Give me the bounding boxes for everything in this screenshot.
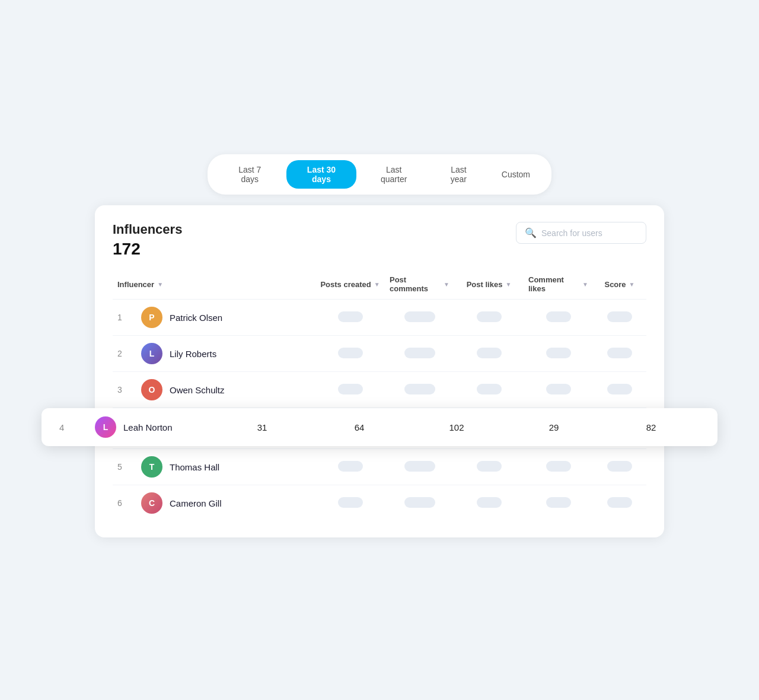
posts-cell: [315, 372, 385, 408]
table-header-row: Influencer ▼ Posts created ▼ Post commen…: [113, 269, 646, 300]
blur-placeholder: [546, 348, 571, 358]
clikes-cell: [524, 485, 593, 521]
user-name: Cameron Gill: [170, 498, 222, 508]
posts-cell: [315, 449, 385, 485]
blur-placeholder: [607, 497, 632, 508]
avatar: O: [141, 379, 162, 400]
filter-custom[interactable]: Custom: [491, 165, 541, 184]
score-cell: [593, 336, 646, 372]
likes-cell: [454, 336, 524, 372]
influencers-card: Influencers 172 🔍 Influencer ▼: [95, 205, 664, 537]
card-title: Influencers: [113, 222, 182, 237]
likes-cell: [454, 300, 524, 336]
blur-placeholder: [546, 461, 571, 472]
posts-cell: [315, 300, 385, 336]
blur-placeholder: [477, 311, 502, 322]
search-icon: 🔍: [525, 227, 537, 238]
blur-placeholder: [607, 461, 632, 472]
chevron-down-icon: ▼: [582, 281, 588, 288]
avatar: P: [141, 307, 162, 328]
user-name: Lily Roberts: [170, 349, 216, 359]
influencer-cell: 1 P Patrick Olsen: [113, 300, 315, 336]
comments-value: 64: [311, 422, 408, 432]
blur-placeholder: [404, 311, 435, 322]
comments-cell: [385, 336, 454, 372]
clikes-cell: [524, 336, 593, 372]
blur-placeholder: [607, 384, 632, 394]
user-name: Owen Schultz: [170, 385, 225, 395]
card-title-group: Influencers 172: [113, 222, 182, 259]
col-header-likes[interactable]: Post likes ▼: [454, 269, 524, 300]
table-row: 3 O Owen Schultz: [113, 372, 646, 408]
comments-cell: [385, 300, 454, 336]
clikes-cell: [524, 372, 593, 408]
influencer-cell: 2 L Lily Roberts: [113, 336, 315, 372]
col-header-score[interactable]: Score ▼: [593, 269, 646, 300]
avatar: L: [141, 343, 162, 364]
blur-placeholder: [404, 461, 435, 472]
search-input[interactable]: [541, 228, 637, 238]
filter-last7[interactable]: Last 7 days: [218, 160, 282, 189]
posts-value: 31: [213, 422, 311, 432]
score-cell: [593, 372, 646, 408]
col-header-influencer[interactable]: Influencer ▼: [113, 269, 315, 300]
filter-lastQ[interactable]: Last quarter: [361, 160, 426, 189]
blur-placeholder: [404, 384, 435, 394]
blur-placeholder: [477, 461, 502, 472]
clikes-value: 29: [505, 422, 602, 432]
likes-value: 102: [408, 422, 505, 432]
filter-last30[interactable]: Last 30 days: [286, 160, 357, 189]
chevron-down-icon: ▼: [374, 281, 380, 288]
table-row: 5 T Thomas Hall: [113, 449, 646, 485]
highlighted-row-band: 4 L Leah Norton 31 64 102 29 82: [95, 408, 664, 448]
chevron-down-icon: ▼: [157, 281, 163, 288]
blur-placeholder: [546, 497, 571, 508]
score-cell: [593, 449, 646, 485]
col-header-comments[interactable]: Post comments ▼: [385, 269, 454, 300]
blur-placeholder: [607, 311, 632, 322]
score-cell: [593, 485, 646, 521]
table-row: 4 L Leah Norton 31 64 102 29 82: [113, 408, 646, 449]
floating-row: 4 L Leah Norton 31 64 102 29 82: [42, 408, 717, 446]
blur-placeholder: [546, 311, 571, 322]
card-count: 172: [113, 240, 182, 259]
blur-placeholder: [338, 497, 363, 508]
blur-placeholder: [404, 497, 435, 508]
user-cell-inner: 1 P Patrick Olsen: [117, 307, 311, 328]
blur-placeholder: [338, 461, 363, 472]
chevron-down-icon: ▼: [505, 281, 511, 288]
likes-cell: [454, 372, 524, 408]
filter-lastY[interactable]: Last year: [431, 160, 486, 189]
clikes-cell: [524, 449, 593, 485]
user-name: Patrick Olsen: [170, 313, 222, 323]
rank: 3: [117, 385, 134, 394]
col-header-posts[interactable]: Posts created ▼: [315, 269, 385, 300]
blur-placeholder: [477, 497, 502, 508]
likes-cell: [454, 449, 524, 485]
user-cell-inner: 3 O Owen Schultz: [117, 379, 311, 400]
blur-placeholder: [338, 384, 363, 394]
user-name: Leah Norton: [123, 422, 173, 432]
search-box[interactable]: 🔍: [516, 222, 646, 244]
score-cell: [593, 300, 646, 336]
user-cell-inner: 5 T Thomas Hall: [117, 456, 311, 478]
blur-placeholder: [338, 311, 363, 322]
clikes-cell: [524, 300, 593, 336]
rank: 4: [59, 422, 95, 432]
user-cell-inner: 2 L Lily Roberts: [117, 343, 311, 364]
rank: 5: [117, 462, 134, 472]
col-header-clikes[interactable]: Comment likes ▼: [524, 269, 593, 300]
date-filter-bar: Last 7 days Last 30 days Last quarter La…: [208, 154, 551, 195]
rank: 6: [117, 498, 134, 508]
score-value: 82: [602, 422, 700, 432]
rank: 1: [117, 313, 134, 322]
user-cell: L Leah Norton: [95, 416, 213, 438]
influencer-cell: 5 T Thomas Hall: [113, 449, 315, 485]
blur-placeholder: [338, 348, 363, 358]
influencer-cell: 6 C Cameron Gill: [113, 485, 315, 521]
chevron-down-icon: ▼: [629, 281, 635, 288]
user-name: Thomas Hall: [170, 462, 219, 472]
table-row: 1 P Patrick Olsen: [113, 300, 646, 336]
rank: 2: [117, 349, 134, 358]
blur-placeholder: [607, 348, 632, 358]
